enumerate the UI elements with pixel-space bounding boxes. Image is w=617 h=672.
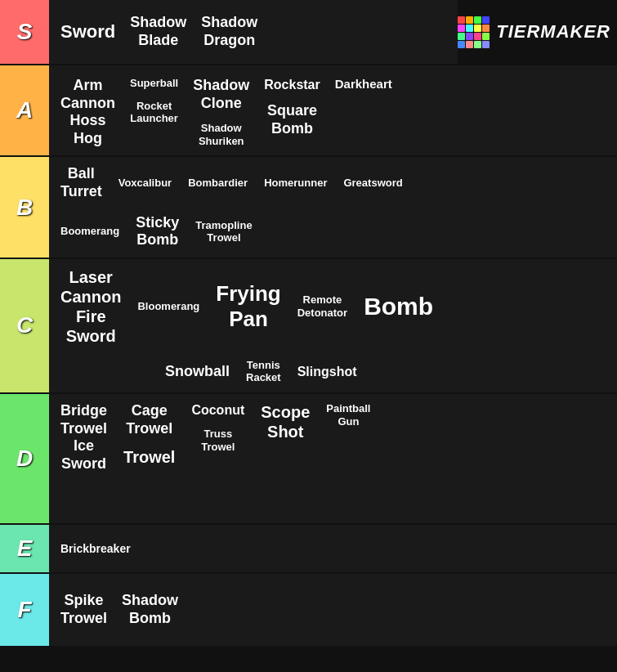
tier-b-content: BallTurret Voxcalibur Bombardier Homerun… <box>49 157 617 257</box>
tier-d-text: D <box>16 446 33 472</box>
item-remote-detonator: RemoteDetonator <box>293 290 352 322</box>
item-voxcalibur: Voxcalibur <box>114 173 177 193</box>
item-square-bomb: SquareBomb <box>259 99 324 141</box>
item-frying-pan: FryingPan <box>211 278 285 335</box>
item-homerunner: Homerunner <box>259 173 332 193</box>
item-laser-cannon-fire-sword: LaserCannonFireSword <box>56 264 126 349</box>
item-shadow-blade: ShadowBlade <box>125 11 191 52</box>
tier-d-content: BridgeTrowelIceSword CageTrowel Trowel C… <box>49 394 617 523</box>
tier-s-label: S <box>0 0 49 64</box>
item-bridge-trowel-ice-sword: BridgeTrowelIceSword <box>56 399 112 476</box>
tier-e-label: E <box>0 525 49 572</box>
item-darkheart: Darkheart <box>330 74 397 95</box>
item-trowel: Trowel <box>118 444 180 470</box>
item-rocket-launcher: RocketLauncher <box>125 96 183 128</box>
item-shadow-dragon: ShadowDragon <box>196 11 262 52</box>
item-cage-trowel: CageTrowel <box>118 399 180 441</box>
tier-c-text: C <box>16 312 33 338</box>
tier-a-label: A <box>0 65 49 155</box>
item-greatsword: Greatsword <box>338 173 407 193</box>
item-tramopline-trowel: TramoplineTrowel <box>190 216 257 248</box>
item-brickbreaker: Brickbreaker <box>56 539 136 559</box>
item-bombardier: Bombardier <box>183 173 253 193</box>
tier-s-text: S <box>17 19 33 45</box>
item-bloomerang: Bloomerang <box>132 297 204 316</box>
item-shadow-shuriken: ShadowShuriken <box>188 119 254 150</box>
tiermaker-logo-text: TiERMaKER <box>496 21 610 43</box>
tier-f-content: SpikeTrowel ShadowBomb <box>49 574 617 646</box>
tier-c-content: LaserCannonFireSword Bloomerang FryingPa… <box>49 259 617 392</box>
tier-s-content: Sword ShadowBlade ShadowDragon <box>49 0 458 64</box>
item-rockstar: Rockstar <box>259 74 324 96</box>
item-tennis-racket: TennisRacket <box>241 356 286 388</box>
item-shadow-bomb: ShadowBomb <box>117 589 183 630</box>
item-snowball: Snowball <box>160 360 235 384</box>
item-coconut: Coconut <box>186 399 249 421</box>
item-sticky-bomb: StickyBomb <box>131 211 184 253</box>
tier-e-content: Brickbreaker <box>49 525 617 572</box>
item-paintball-gun: PaintballGun <box>321 399 375 431</box>
tier-c-label: C <box>0 259 49 392</box>
item-spike-trowel: SpikeTrowel <box>56 589 112 630</box>
tier-d-label: D <box>0 394 49 523</box>
item-arm-cannon-hoss-hog: ArmCannonHossHog <box>56 74 120 150</box>
tier-b-text: B <box>16 195 33 221</box>
tier-a-text: A <box>16 97 33 123</box>
item-ball-turret: BallTurret <box>56 162 107 204</box>
item-truss-trowel: TrussTrowel <box>186 424 249 456</box>
logo-area: TiERMaKER <box>458 0 617 64</box>
tier-f-text: F <box>17 597 31 623</box>
tiermaker-grid-icon <box>458 16 490 48</box>
tier-e-text: E <box>17 535 33 562</box>
item-slingshot: Slingshot <box>293 361 362 383</box>
tier-b-label: B <box>0 157 49 257</box>
item-scope-shot: ScopeShot <box>256 399 315 445</box>
item-shadow-clone: ShadowClone <box>188 74 254 115</box>
tier-a-content: ArmCannonHossHog Superball RocketLaunche… <box>49 65 617 155</box>
item-sword: Sword <box>56 18 120 46</box>
item-bomb-c: Bomb <box>359 289 438 325</box>
item-superball: Superball <box>125 74 183 93</box>
item-boomerang-b: Boomerang <box>56 222 124 241</box>
tier-f-label: F <box>0 574 49 646</box>
